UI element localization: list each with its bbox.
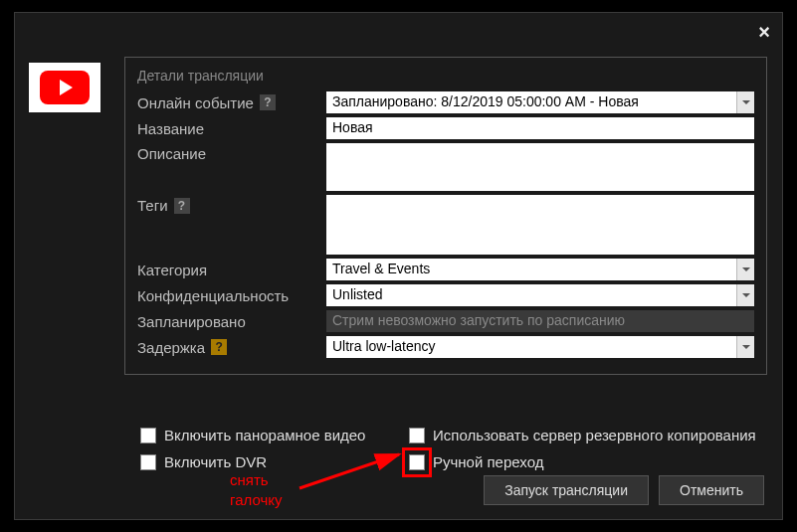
stream-settings-dialog: × Детали трансляции Онлайн событие ? Зап… — [14, 12, 783, 520]
checkbox-backup[interactable]: Использовать сервер резервного копирован… — [409, 427, 756, 443]
row-tags: Теги ? — [137, 195, 754, 255]
checkbox-panoramic[interactable]: Включить панорамное видео — [140, 427, 409, 443]
checkbox-label: Ручной переход — [433, 453, 543, 470]
checkbox-icon — [409, 454, 425, 470]
label-latency: Задержка ? — [137, 339, 326, 356]
label-category: Категория — [137, 262, 326, 278]
label-scheduled: Запланировано — [137, 313, 326, 330]
label-tags: Теги ? — [137, 195, 326, 214]
tags-input[interactable] — [326, 195, 754, 255]
checkbox-icon — [140, 428, 156, 443]
annotation-highlight — [402, 447, 432, 477]
checkbox-icon — [409, 428, 425, 443]
latency-select[interactable]: Ultra low-latency — [326, 336, 754, 358]
chevron-down-icon — [736, 91, 754, 113]
youtube-logo — [29, 63, 100, 112]
row-category: Категория Travel & Events — [137, 259, 754, 280]
category-value: Travel & Events — [326, 259, 736, 280]
row-latency: Задержка ? Ultra low-latency — [137, 336, 754, 358]
start-stream-button[interactable]: Запуск трансляции — [484, 475, 649, 505]
dialog-buttons: Запуск трансляции Отменить — [484, 475, 764, 505]
category-select[interactable]: Travel & Events — [326, 259, 754, 280]
checkbox-label: Включить DVR — [164, 453, 267, 470]
latency-value: Ultra low-latency — [326, 336, 736, 358]
help-icon[interactable]: ? — [174, 198, 190, 214]
help-icon[interactable]: ? — [211, 339, 227, 355]
row-name: Название Новая — [137, 117, 754, 139]
label-online-event: Онлайн событие ? — [137, 94, 326, 111]
row-online-event: Онлайн событие ? Запланировано: 8/12/201… — [137, 91, 754, 113]
details-panel: Детали трансляции Онлайн событие ? Запла… — [124, 57, 767, 375]
close-button[interactable]: × — [758, 21, 770, 44]
chevron-down-icon — [736, 259, 754, 280]
chevron-down-icon — [736, 284, 754, 306]
label-privacy: Конфиденциальность — [137, 287, 326, 304]
row-description: Описание — [137, 143, 754, 191]
checkbox-manual[interactable]: Ручной переход — [409, 453, 543, 470]
label-description: Описание — [137, 143, 326, 162]
label-name: Название — [137, 120, 326, 137]
checkbox-label: Использовать сервер резервного копирован… — [433, 427, 756, 443]
privacy-select[interactable]: Unlisted — [326, 284, 754, 306]
row-privacy: Конфиденциальность Unlisted — [137, 284, 754, 306]
help-icon[interactable]: ? — [260, 94, 276, 110]
row-scheduled: Запланировано Стрим невозможно запустить… — [137, 310, 754, 332]
cancel-button[interactable]: Отменить — [659, 475, 764, 505]
online-event-select[interactable]: Запланировано: 8/12/2019 05:00:00 AM - Н… — [326, 91, 754, 113]
description-input[interactable] — [326, 143, 754, 191]
chevron-down-icon — [736, 336, 754, 358]
play-icon — [60, 80, 73, 95]
annotation-text: снять галочку — [230, 470, 282, 509]
name-input[interactable]: Новая — [326, 117, 754, 139]
checkbox-icon — [140, 454, 156, 470]
scheduled-info: Стрим невозможно запустить по расписанию — [326, 310, 754, 332]
online-event-value: Запланировано: 8/12/2019 05:00:00 AM - Н… — [326, 91, 736, 113]
panel-title: Детали трансляции — [137, 68, 754, 84]
checkbox-label: Включить панорамное видео — [164, 427, 365, 443]
privacy-value: Unlisted — [326, 284, 736, 306]
youtube-icon — [40, 71, 90, 104]
checkbox-dvr[interactable]: Включить DVR — [140, 453, 409, 470]
